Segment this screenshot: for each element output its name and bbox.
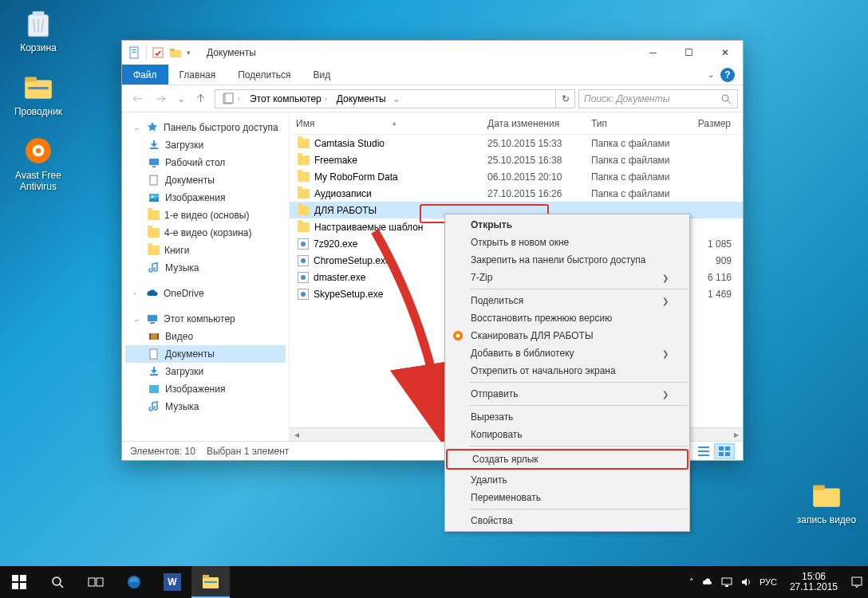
task-view-button[interactable] bbox=[77, 566, 115, 598]
breadcrumb-seg-0[interactable]: Этот компьютер bbox=[250, 93, 322, 104]
file-name: dmaster.exe bbox=[314, 272, 365, 283]
svg-rect-29 bbox=[157, 333, 159, 340]
col-name[interactable]: Имя▲ bbox=[290, 118, 481, 129]
close-button[interactable]: ✕ bbox=[707, 41, 743, 65]
context-item-label: Удалить bbox=[471, 474, 507, 486]
svg-rect-50 bbox=[20, 575, 26, 581]
desktop-folder-video[interactable]: запись видео bbox=[796, 478, 857, 525]
col-date[interactable]: Дата изменения bbox=[481, 118, 585, 129]
pictures-icon bbox=[148, 191, 160, 204]
qat-dropdown[interactable]: ▾ bbox=[187, 49, 191, 57]
tray-notifications-icon[interactable] bbox=[850, 576, 863, 588]
context-item[interactable]: Переименовать bbox=[447, 489, 688, 506]
taskbar-word[interactable]: W bbox=[153, 566, 191, 598]
file-size: 1 085 bbox=[688, 238, 743, 250]
forward-button[interactable]: 🡢 bbox=[151, 89, 172, 109]
context-item[interactable]: Свойства bbox=[447, 512, 688, 529]
nav-thispc-music[interactable]: Музыка bbox=[125, 398, 286, 415]
file-row[interactable]: Freemake25.10.2015 16:38Папка с файлами bbox=[290, 151, 743, 168]
maximize-button[interactable]: ☐ bbox=[671, 41, 707, 65]
recent-locations-button[interactable]: ⌄ bbox=[175, 89, 187, 109]
help-button[interactable]: ? bbox=[720, 68, 735, 82]
context-item[interactable]: Создать ярлык bbox=[448, 451, 686, 467]
tab-file[interactable]: Файл bbox=[122, 65, 168, 85]
context-item[interactable]: Открыть bbox=[447, 216, 688, 234]
nav-video[interactable]: Видео bbox=[125, 328, 286, 345]
address-bar[interactable]: › Этот компьютер› Документы ⌄ ↻ bbox=[215, 89, 575, 108]
search-button[interactable] bbox=[38, 566, 77, 598]
context-item[interactable]: Отправить❯ bbox=[447, 385, 688, 403]
nav-pictures[interactable]: Изображения bbox=[125, 189, 286, 207]
nav-thispc[interactable]: ⌄Этот компьютер bbox=[125, 310, 286, 328]
col-size[interactable]: Размер bbox=[688, 118, 743, 129]
file-row[interactable]: Camtasia Studio25.10.2015 15:33Папка с ф… bbox=[290, 135, 743, 151]
context-item[interactable]: Открепить от начального экрана bbox=[447, 362, 688, 380]
ribbon-expand-icon[interactable]: ⌄ bbox=[708, 70, 714, 79]
file-icon bbox=[128, 46, 141, 59]
nav-quick-access[interactable]: ⌄Панель быстрого доступа bbox=[125, 119, 286, 136]
back-button[interactable]: 🡠 bbox=[127, 89, 148, 109]
breadcrumb-seg-1[interactable]: Документы bbox=[337, 93, 386, 104]
file-row[interactable]: My RoboForm Data06.10.2015 20:10Папка с … bbox=[290, 168, 743, 185]
context-item[interactable]: Удалить bbox=[447, 471, 688, 489]
tray-chevron-icon[interactable]: ˄ bbox=[689, 577, 694, 588]
svg-rect-62 bbox=[204, 581, 217, 583]
context-item[interactable]: 7-Zip❯ bbox=[447, 269, 688, 286]
folder-icon[interactable] bbox=[169, 46, 182, 59]
window-title: Документы bbox=[207, 47, 256, 58]
context-item[interactable]: Сканировать ДЛЯ РАБОТЫ bbox=[447, 327, 688, 344]
tray-network-icon[interactable] bbox=[721, 576, 732, 588]
context-item[interactable]: Вырезать bbox=[447, 408, 688, 426]
column-headers: Имя▲ Дата изменения Тип Размер bbox=[290, 112, 743, 135]
minimize-button[interactable]: ─ bbox=[635, 41, 671, 65]
nav-folder-1[interactable]: 1-е видео (основы) bbox=[125, 207, 286, 224]
context-item[interactable]: Поделиться❯ bbox=[447, 292, 688, 309]
address-dropdown[interactable]: ⌄ bbox=[389, 93, 404, 104]
up-button[interactable]: 🡡 bbox=[191, 89, 211, 109]
context-item[interactable]: Восстановить прежнюю версию bbox=[447, 309, 688, 327]
tray-volume-icon[interactable] bbox=[740, 576, 752, 588]
start-button[interactable] bbox=[0, 566, 38, 598]
context-item[interactable]: Открыть в новом окне bbox=[447, 234, 688, 251]
nav-thispc-downloads[interactable]: Загрузки bbox=[125, 363, 286, 380]
tab-view[interactable]: Вид bbox=[302, 65, 341, 85]
context-separator bbox=[469, 382, 687, 383]
svg-rect-43 bbox=[719, 447, 724, 450]
desktop-explorer[interactable]: Проводник bbox=[8, 70, 69, 117]
nav-thispc-pictures[interactable]: Изображения bbox=[125, 380, 286, 398]
context-item[interactable]: Добавить в библиотеку❯ bbox=[447, 344, 688, 362]
tray-onedrive-icon[interactable] bbox=[702, 576, 713, 588]
properties-icon[interactable] bbox=[152, 46, 164, 59]
nav-onedrive[interactable]: ›OneDrive bbox=[125, 285, 286, 302]
nav-desktop[interactable]: Рабочий стол bbox=[125, 154, 286, 171]
tray-clock[interactable]: 15:06 27.11.2015 bbox=[785, 572, 842, 592]
taskbar-explorer[interactable] bbox=[191, 566, 230, 598]
nav-documents[interactable]: Документы bbox=[125, 171, 286, 189]
context-item[interactable]: Копировать bbox=[447, 426, 688, 443]
tab-home[interactable]: Главная bbox=[168, 65, 227, 85]
view-details-button[interactable] bbox=[693, 443, 714, 459]
desktop-avast-label: Avast Free Antivirus bbox=[8, 170, 69, 192]
context-item[interactable]: Закрепить на панели быстрого доступа bbox=[447, 251, 688, 269]
refresh-button[interactable]: ↻ bbox=[555, 90, 574, 108]
search-input[interactable]: Поиск: Документы bbox=[578, 89, 738, 108]
view-icons-button[interactable] bbox=[714, 443, 735, 459]
nav-folder-3[interactable]: Книги bbox=[125, 242, 286, 259]
desktop-recycle-bin[interactable]: Корзина bbox=[8, 6, 69, 53]
nav-music[interactable]: Музыка bbox=[125, 259, 286, 277]
nav-downloads[interactable]: Загрузки bbox=[125, 136, 286, 154]
file-row[interactable]: Аудиозаписи27.10.2015 16:26Папка с файла… bbox=[290, 185, 743, 202]
nav-thispc-documents[interactable]: Документы bbox=[125, 345, 286, 363]
highlight-create-shortcut: Создать ярлык bbox=[446, 449, 688, 470]
context-item-label: Открепить от начального экрана bbox=[471, 365, 616, 376]
svg-rect-14 bbox=[170, 50, 181, 57]
folder-icon bbox=[298, 189, 310, 199]
tray-language[interactable]: РУС bbox=[760, 577, 777, 587]
desktop-avast[interactable]: Avast Free Antivirus bbox=[8, 134, 69, 192]
tab-share[interactable]: Поделиться bbox=[227, 65, 302, 85]
nav-folder-2[interactable]: 4-е видео (корзина) bbox=[125, 224, 286, 242]
context-item-label: Открыть в новом окне bbox=[471, 237, 569, 248]
col-type[interactable]: Тип bbox=[585, 118, 688, 129]
taskbar-edge[interactable] bbox=[115, 566, 153, 598]
cloud-icon bbox=[146, 287, 159, 300]
